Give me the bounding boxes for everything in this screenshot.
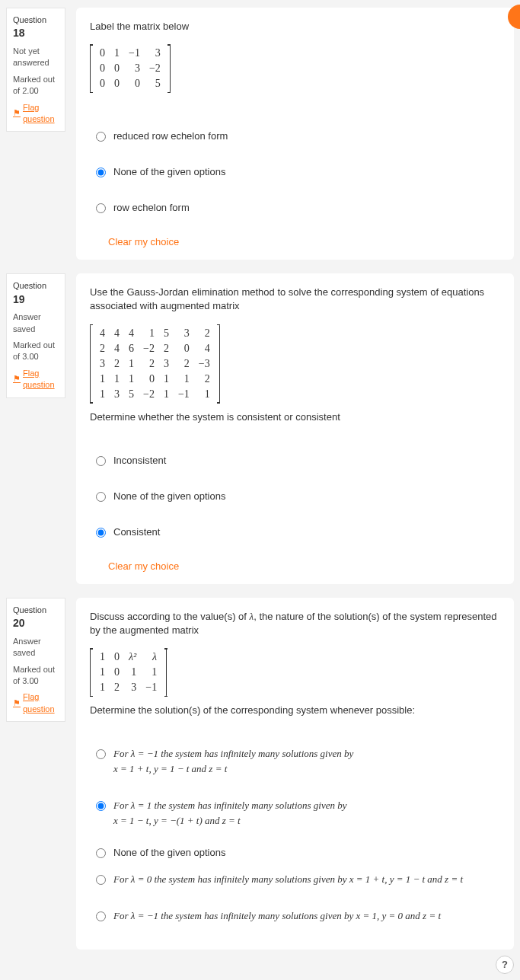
m19-c: 0 [174,341,194,356]
m19-c: 2 [174,356,194,372]
m18-c: 3 [124,61,145,76]
flag-icon: ⚑ [13,373,21,385]
option-label: None of the given options [113,490,494,502]
option-label: reduced row echelon form [113,130,494,142]
m19-c: −2 [139,341,159,356]
question-20: Question 20 Answer saved Marked out of 3… [6,598,514,950]
m19-c: 2 [139,356,159,372]
question-19: Question 19 Answer saved Marked out of 3… [6,273,514,584]
m20-c: 1 [124,665,141,680]
option-20d[interactable]: For λ = 0 the system has infinitely many… [90,864,500,901]
m19-c: 1 [95,387,110,402]
opt-math: x = 1 − t, y = −(1 + t) and z = t [113,815,494,827]
question-text: Discuss according to the value(s) of λ, … [90,610,500,637]
option-label: None of the given options [113,166,494,177]
radio-18c[interactable] [96,203,106,213]
m18-c: 0 [124,76,145,91]
m19-c: 0 [139,372,159,387]
option-label: For λ = 0 the system has infinitely many… [113,873,494,886]
flag-question-link[interactable]: ⚑Flag question [13,102,59,126]
m18-c: 0 [110,76,124,91]
m19-c: 2 [159,341,174,356]
m19-c: 1 [159,372,174,387]
flag-question-link[interactable]: ⚑Flag question [13,368,59,391]
m20-c: λ² [124,650,141,665]
page: Question 18 Not yet answered Marked out … [6,8,514,950]
option-18b[interactable]: None of the given options [90,157,500,193]
help-button[interactable]: ? [496,956,514,957]
m19-c: 2 [110,356,124,372]
option-label: For λ = −1 the system has infinitely man… [113,748,494,775]
content-panel-19: Use the Gauss-Jordan elimination method … [76,273,514,584]
question-status: Not yet answered [13,46,59,69]
question-prefix: Question [13,281,46,290]
m20-c: 1 [95,650,110,665]
radio-20c[interactable] [96,848,106,858]
option-label: For λ = −1 the system has infinitely man… [113,910,494,922]
m19-c: 5 [159,326,174,341]
matrix-20: 10λ²λ 1011 123−1 [90,648,167,697]
question-prefix: Question [13,605,46,614]
option-20e[interactable]: For λ = −1 the system has infinitely man… [90,901,500,937]
radio-19b[interactable] [96,492,106,502]
m19-c: 4 [124,326,139,341]
option-label: row echelon form [113,202,494,213]
m18-c: 0 [95,46,110,61]
clear-choice-19[interactable]: Clear my choice [108,560,179,572]
m19-c: −1 [174,387,194,402]
m19-c: 4 [110,326,124,341]
m19-c: 1 [139,326,159,341]
matrix-18: 01−13 003−2 0005 [90,44,171,93]
question-status: Answer saved [13,636,59,659]
option-19c[interactable]: Consistent [90,517,500,553]
option-18c[interactable]: row echelon form [90,193,500,228]
question-18: Question 18 Not yet answered Marked out … [6,8,514,260]
question-marks: Marked out of 2.00 [13,74,59,97]
m19-c: 1 [95,372,110,387]
clear-choice-18[interactable]: Clear my choice [108,236,179,247]
option-20b[interactable]: For λ = 1 the system has infinitely many… [90,790,500,842]
question-text2: Determine whether the system is consiste… [90,410,500,424]
m19-c: 4 [110,341,124,356]
question-marks: Marked out of 3.00 [13,664,59,688]
question-text: Label the matrix below [90,20,500,34]
m18-c: 1 [110,46,124,61]
flag-icon: ⚑ [13,697,21,709]
option-20c[interactable]: None of the given options [90,842,500,864]
m19-c: 4 [95,326,110,341]
m18-c: −1 [124,46,145,61]
question-marks: Marked out of 3.00 [13,340,59,363]
radio-20e[interactable] [96,911,106,921]
m19-c: 2 [194,326,215,341]
radio-20d[interactable] [96,875,106,885]
m18-c: 0 [110,61,124,76]
m19-c: −2 [139,387,159,402]
m19-c: −3 [194,356,215,372]
option-20a[interactable]: For λ = −1 the system has infinitely man… [90,739,500,790]
question-prefix: Question [13,15,46,24]
option-label: None of the given options [113,847,494,858]
m20-c: −1 [141,680,161,695]
m18-c: 0 [95,61,110,76]
info-panel-18: Question 18 Not yet answered Marked out … [6,8,65,132]
radio-20b[interactable] [96,801,106,811]
option-18a[interactable]: reduced row echelon form [90,121,500,157]
radio-18b[interactable] [96,168,106,177]
m19-c: 6 [124,341,139,356]
radio-20a[interactable] [96,749,106,759]
m19-c: 1 [174,372,194,387]
opt-math: x = 1 + t, y = 1 − t and z = t [113,763,494,775]
m19-c: 1 [159,387,174,402]
flag-question-link[interactable]: ⚑Flag question [13,691,59,715]
radio-19a[interactable] [96,456,106,466]
flag-label: Flag question [23,368,59,391]
question-text: Use the Gauss-Jordan elimination method … [90,286,500,313]
options-18: reduced row echelon form None of the giv… [90,121,500,228]
option-19b[interactable]: None of the given options [90,481,500,517]
radio-18a[interactable] [96,132,106,142]
question-number: 18 [13,27,25,39]
m19-c: 2 [194,372,215,387]
m19-c: 1 [194,387,215,402]
option-19a[interactable]: Inconsistent [90,445,500,481]
radio-19c[interactable] [96,528,106,538]
